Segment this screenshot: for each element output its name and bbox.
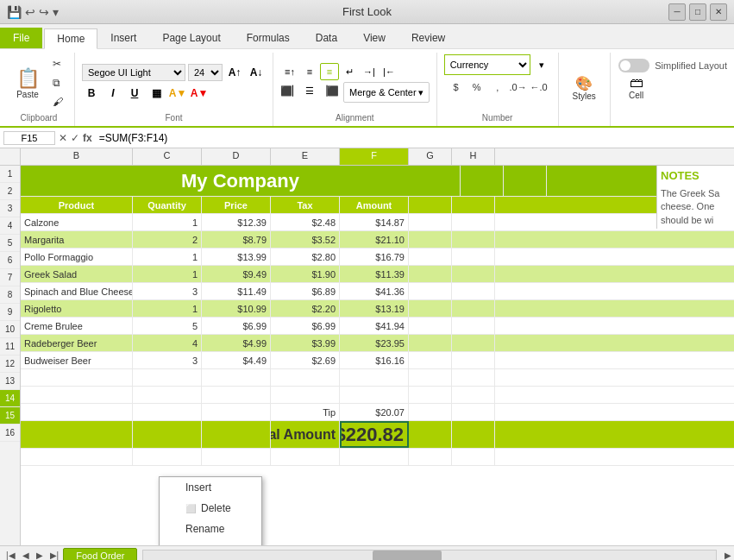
cell-e14[interactable]: Tip xyxy=(271,404,340,420)
cell-f6[interactable]: $11.39 xyxy=(340,266,409,282)
cell-f15[interactable]: $220.82 xyxy=(340,421,409,448)
cell-e4[interactable]: $3.52 xyxy=(271,231,340,248)
cell-e15[interactable]: Total Amount xyxy=(271,421,340,448)
row-num-7[interactable]: 7 xyxy=(0,269,20,286)
row-num-2[interactable]: 2 xyxy=(0,183,20,200)
cell-h12[interactable] xyxy=(452,369,495,386)
cell-d2[interactable]: Price xyxy=(202,197,271,213)
cell-h9[interactable] xyxy=(452,318,495,334)
cell-g14[interactable] xyxy=(409,404,452,420)
tab-nav-first[interactable]: |◀ xyxy=(3,550,18,560)
cell-b15[interactable] xyxy=(21,421,133,448)
simplified-layout-control[interactable]: Simplified Layout xyxy=(618,59,727,72)
merge-center-button[interactable]: Merge & Center ▾ xyxy=(343,82,430,103)
cell-f13[interactable] xyxy=(340,387,409,403)
cell-f10[interactable]: $23.95 xyxy=(340,335,409,351)
cell-c14[interactable] xyxy=(133,404,202,420)
ctx-rename[interactable]: Rename xyxy=(160,519,261,539)
cell-g6[interactable] xyxy=(409,266,452,282)
cell-e5[interactable]: $2.80 xyxy=(271,249,340,265)
cell-b13[interactable] xyxy=(21,387,133,403)
redo-icon[interactable]: ↪ xyxy=(39,5,49,19)
formula-input[interactable] xyxy=(96,131,731,145)
ctx-insert[interactable]: Insert xyxy=(160,477,261,498)
copy-button[interactable]: ⧉ xyxy=(48,74,67,91)
cell-h15[interactable] xyxy=(452,421,495,448)
cell-b11[interactable]: Budweiser Beer xyxy=(21,352,133,368)
cell-c3[interactable]: 1 xyxy=(133,214,202,230)
fill-color-button[interactable]: A▼ xyxy=(168,84,187,103)
align-top-center-button[interactable]: ≡ xyxy=(300,63,319,80)
align-center-button[interactable]: ☰ xyxy=(300,82,319,99)
maximize-button[interactable]: □ xyxy=(689,3,706,21)
cell-e16[interactable] xyxy=(271,449,340,465)
cell-h8[interactable] xyxy=(452,300,495,317)
cell-f7[interactable]: $41.36 xyxy=(340,283,409,299)
cell-h5[interactable] xyxy=(452,249,495,265)
simplified-layout-toggle[interactable] xyxy=(618,59,649,72)
undo-icon[interactable]: ↩ xyxy=(25,5,35,19)
currency-style-button[interactable]: $ xyxy=(447,78,466,97)
tab-review[interactable]: Review xyxy=(398,28,458,48)
cell-g4[interactable] xyxy=(409,231,452,248)
row-num-4[interactable]: 4 xyxy=(0,217,20,235)
cell-e9[interactable]: $6.99 xyxy=(271,318,340,334)
cell-d8[interactable]: $10.99 xyxy=(202,300,271,317)
cell-d7[interactable]: $11.49 xyxy=(202,283,271,299)
increase-font-button[interactable]: A↑ xyxy=(225,63,244,82)
horizontal-scrollbar[interactable] xyxy=(142,550,717,561)
row-num-9[interactable]: 9 xyxy=(0,304,20,321)
number-format-select[interactable]: Currency xyxy=(444,54,530,75)
cell-f3[interactable]: $14.87 xyxy=(340,214,409,230)
tab-nav-next[interactable]: ▶ xyxy=(34,550,46,560)
dropdown-icon[interactable]: ▾ xyxy=(53,5,59,19)
merge-dropdown-icon[interactable]: ▾ xyxy=(418,87,423,98)
col-header-e[interactable]: E xyxy=(271,148,340,165)
cell-f5[interactable]: $16.79 xyxy=(340,249,409,265)
col-header-h[interactable]: H xyxy=(452,148,495,165)
cell-d5[interactable]: $13.99 xyxy=(202,249,271,265)
cell-f9[interactable]: $41.94 xyxy=(340,318,409,334)
align-top-right-button[interactable]: ≡ xyxy=(320,63,339,80)
cell-c4[interactable]: 2 xyxy=(133,231,202,248)
tab-view[interactable]: View xyxy=(350,28,398,48)
cell-e6[interactable]: $1.90 xyxy=(271,266,340,282)
cell-g12[interactable] xyxy=(409,369,452,386)
cell-h14[interactable] xyxy=(452,404,495,420)
cell-c8[interactable]: 1 xyxy=(133,300,202,317)
cell-f16[interactable] xyxy=(340,449,409,465)
cell-c10[interactable]: 4 xyxy=(133,335,202,351)
tab-home[interactable]: Home xyxy=(44,28,97,49)
cell-e11[interactable]: $2.69 xyxy=(271,352,340,368)
cell-h16[interactable] xyxy=(452,449,495,465)
ctx-tab-color[interactable]: Tab Color xyxy=(160,539,261,545)
cell-b10[interactable]: Radeberger Beer xyxy=(21,335,133,351)
cell-d4[interactable]: $8.79 xyxy=(202,231,271,248)
cell-h6[interactable] xyxy=(452,266,495,282)
cell-f8[interactable]: $13.19 xyxy=(340,300,409,317)
cell-f11[interactable]: $16.16 xyxy=(340,352,409,368)
cell-g13[interactable] xyxy=(409,387,452,403)
cell-f14[interactable]: $20.07 xyxy=(340,404,409,420)
cell-g1[interactable] xyxy=(461,166,504,196)
cell-h3[interactable] xyxy=(452,214,495,230)
cell-c6[interactable]: 1 xyxy=(133,266,202,282)
cell-c9[interactable]: 5 xyxy=(133,318,202,334)
row-num-15[interactable]: 15 xyxy=(0,407,20,425)
align-left-button[interactable]: ⬛▏ xyxy=(280,82,299,99)
tab-file[interactable]: File xyxy=(0,28,42,48)
cell-d3[interactable]: $12.39 xyxy=(202,214,271,230)
tab-formulas[interactable]: Formulas xyxy=(234,28,303,48)
cell-g8[interactable] xyxy=(409,300,452,317)
col-header-d[interactable]: D xyxy=(202,148,271,165)
col-header-g[interactable]: G xyxy=(409,148,452,165)
cell-e7[interactable]: $6.89 xyxy=(271,283,340,299)
cell-c13[interactable] xyxy=(133,387,202,403)
percent-style-button[interactable]: % xyxy=(467,78,486,97)
tab-nav-last[interactable]: ▶| xyxy=(47,550,62,560)
cell-h4[interactable] xyxy=(452,231,495,248)
italic-button[interactable]: I xyxy=(104,84,122,103)
window-controls[interactable]: ─ □ ✕ xyxy=(668,3,727,21)
col-header-f[interactable]: F xyxy=(340,148,409,165)
wrap-text-button[interactable]: ↵ xyxy=(340,63,359,80)
